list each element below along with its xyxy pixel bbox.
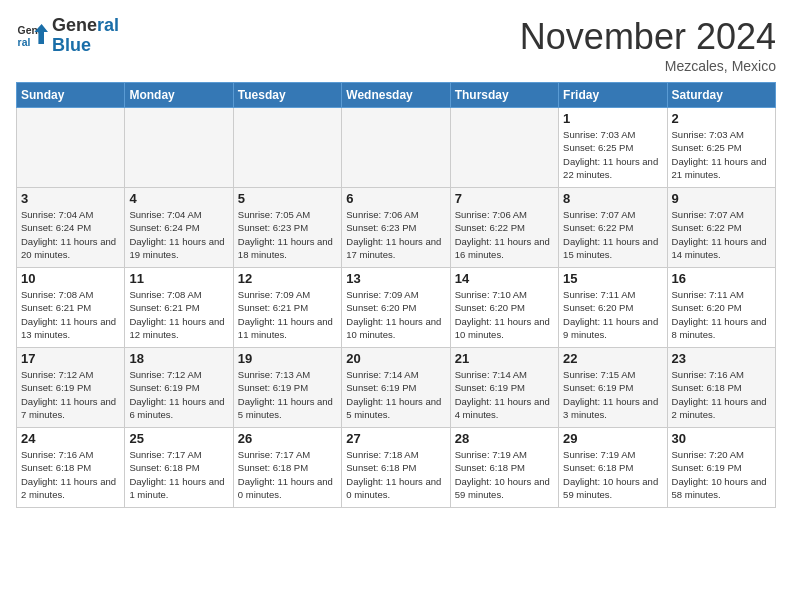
day-info: Sunrise: 7:09 AM Sunset: 6:20 PM Dayligh… (346, 288, 445, 341)
day-number: 17 (21, 351, 120, 366)
day-number: 12 (238, 271, 337, 286)
day-number: 23 (672, 351, 771, 366)
day-info: Sunrise: 7:08 AM Sunset: 6:21 PM Dayligh… (21, 288, 120, 341)
day-cell: 11Sunrise: 7:08 AM Sunset: 6:21 PM Dayli… (125, 268, 233, 348)
day-number: 6 (346, 191, 445, 206)
logo-text: General Blue (52, 16, 119, 56)
day-number: 8 (563, 191, 662, 206)
day-cell: 15Sunrise: 7:11 AM Sunset: 6:20 PM Dayli… (559, 268, 667, 348)
day-number: 18 (129, 351, 228, 366)
day-info: Sunrise: 7:04 AM Sunset: 6:24 PM Dayligh… (129, 208, 228, 261)
day-number: 25 (129, 431, 228, 446)
title-block: November 2024 Mezcales, Mexico (520, 16, 776, 74)
day-cell: 18Sunrise: 7:12 AM Sunset: 6:19 PM Dayli… (125, 348, 233, 428)
day-cell: 7Sunrise: 7:06 AM Sunset: 6:22 PM Daylig… (450, 188, 558, 268)
day-cell: 17Sunrise: 7:12 AM Sunset: 6:19 PM Dayli… (17, 348, 125, 428)
day-info: Sunrise: 7:14 AM Sunset: 6:19 PM Dayligh… (455, 368, 554, 421)
col-header-friday: Friday (559, 83, 667, 108)
location: Mezcales, Mexico (520, 58, 776, 74)
day-number: 29 (563, 431, 662, 446)
day-number: 19 (238, 351, 337, 366)
day-number: 30 (672, 431, 771, 446)
day-cell: 21Sunrise: 7:14 AM Sunset: 6:19 PM Dayli… (450, 348, 558, 428)
day-number: 11 (129, 271, 228, 286)
day-info: Sunrise: 7:18 AM Sunset: 6:18 PM Dayligh… (346, 448, 445, 501)
day-info: Sunrise: 7:19 AM Sunset: 6:18 PM Dayligh… (563, 448, 662, 501)
day-number: 21 (455, 351, 554, 366)
day-cell: 23Sunrise: 7:16 AM Sunset: 6:18 PM Dayli… (667, 348, 775, 428)
empty-cell (342, 108, 450, 188)
day-info: Sunrise: 7:19 AM Sunset: 6:18 PM Dayligh… (455, 448, 554, 501)
day-cell: 8Sunrise: 7:07 AM Sunset: 6:22 PM Daylig… (559, 188, 667, 268)
day-cell: 1Sunrise: 7:03 AM Sunset: 6:25 PM Daylig… (559, 108, 667, 188)
calendar-week-row: 10Sunrise: 7:08 AM Sunset: 6:21 PM Dayli… (17, 268, 776, 348)
day-number: 4 (129, 191, 228, 206)
day-number: 14 (455, 271, 554, 286)
day-cell: 22Sunrise: 7:15 AM Sunset: 6:19 PM Dayli… (559, 348, 667, 428)
calendar-header-row: SundayMondayTuesdayWednesdayThursdayFrid… (17, 83, 776, 108)
day-cell: 28Sunrise: 7:19 AM Sunset: 6:18 PM Dayli… (450, 428, 558, 508)
col-header-saturday: Saturday (667, 83, 775, 108)
day-info: Sunrise: 7:05 AM Sunset: 6:23 PM Dayligh… (238, 208, 337, 261)
month-title: November 2024 (520, 16, 776, 58)
calendar-table: SundayMondayTuesdayWednesdayThursdayFrid… (16, 82, 776, 508)
calendar-week-row: 3Sunrise: 7:04 AM Sunset: 6:24 PM Daylig… (17, 188, 776, 268)
empty-cell (17, 108, 125, 188)
day-cell: 19Sunrise: 7:13 AM Sunset: 6:19 PM Dayli… (233, 348, 341, 428)
day-number: 26 (238, 431, 337, 446)
day-cell: 4Sunrise: 7:04 AM Sunset: 6:24 PM Daylig… (125, 188, 233, 268)
day-info: Sunrise: 7:03 AM Sunset: 6:25 PM Dayligh… (563, 128, 662, 181)
day-number: 10 (21, 271, 120, 286)
empty-cell (125, 108, 233, 188)
col-header-monday: Monday (125, 83, 233, 108)
day-number: 28 (455, 431, 554, 446)
day-cell: 27Sunrise: 7:18 AM Sunset: 6:18 PM Dayli… (342, 428, 450, 508)
svg-text:ral: ral (18, 36, 31, 47)
day-info: Sunrise: 7:09 AM Sunset: 6:21 PM Dayligh… (238, 288, 337, 341)
day-cell: 3Sunrise: 7:04 AM Sunset: 6:24 PM Daylig… (17, 188, 125, 268)
day-info: Sunrise: 7:12 AM Sunset: 6:19 PM Dayligh… (21, 368, 120, 421)
calendar-week-row: 17Sunrise: 7:12 AM Sunset: 6:19 PM Dayli… (17, 348, 776, 428)
day-info: Sunrise: 7:17 AM Sunset: 6:18 PM Dayligh… (129, 448, 228, 501)
day-cell: 14Sunrise: 7:10 AM Sunset: 6:20 PM Dayli… (450, 268, 558, 348)
day-info: Sunrise: 7:14 AM Sunset: 6:19 PM Dayligh… (346, 368, 445, 421)
day-info: Sunrise: 7:11 AM Sunset: 6:20 PM Dayligh… (672, 288, 771, 341)
day-number: 24 (21, 431, 120, 446)
day-info: Sunrise: 7:10 AM Sunset: 6:20 PM Dayligh… (455, 288, 554, 341)
day-info: Sunrise: 7:13 AM Sunset: 6:19 PM Dayligh… (238, 368, 337, 421)
day-info: Sunrise: 7:08 AM Sunset: 6:21 PM Dayligh… (129, 288, 228, 341)
day-cell: 13Sunrise: 7:09 AM Sunset: 6:20 PM Dayli… (342, 268, 450, 348)
day-info: Sunrise: 7:17 AM Sunset: 6:18 PM Dayligh… (238, 448, 337, 501)
logo-icon: Gene ral (16, 20, 48, 52)
day-cell: 30Sunrise: 7:20 AM Sunset: 6:19 PM Dayli… (667, 428, 775, 508)
day-info: Sunrise: 7:03 AM Sunset: 6:25 PM Dayligh… (672, 128, 771, 181)
day-number: 3 (21, 191, 120, 206)
day-number: 20 (346, 351, 445, 366)
day-info: Sunrise: 7:11 AM Sunset: 6:20 PM Dayligh… (563, 288, 662, 341)
day-number: 2 (672, 111, 771, 126)
day-number: 13 (346, 271, 445, 286)
day-info: Sunrise: 7:07 AM Sunset: 6:22 PM Dayligh… (563, 208, 662, 261)
day-number: 22 (563, 351, 662, 366)
empty-cell (233, 108, 341, 188)
day-info: Sunrise: 7:20 AM Sunset: 6:19 PM Dayligh… (672, 448, 771, 501)
day-cell: 24Sunrise: 7:16 AM Sunset: 6:18 PM Dayli… (17, 428, 125, 508)
page-header: Gene ral General Blue November 2024 Mezc… (16, 16, 776, 74)
day-cell: 12Sunrise: 7:09 AM Sunset: 6:21 PM Dayli… (233, 268, 341, 348)
day-number: 16 (672, 271, 771, 286)
day-info: Sunrise: 7:16 AM Sunset: 6:18 PM Dayligh… (672, 368, 771, 421)
day-cell: 5Sunrise: 7:05 AM Sunset: 6:23 PM Daylig… (233, 188, 341, 268)
empty-cell (450, 108, 558, 188)
col-header-sunday: Sunday (17, 83, 125, 108)
day-cell: 26Sunrise: 7:17 AM Sunset: 6:18 PM Dayli… (233, 428, 341, 508)
day-number: 27 (346, 431, 445, 446)
col-header-thursday: Thursday (450, 83, 558, 108)
day-number: 9 (672, 191, 771, 206)
day-cell: 6Sunrise: 7:06 AM Sunset: 6:23 PM Daylig… (342, 188, 450, 268)
day-cell: 2Sunrise: 7:03 AM Sunset: 6:25 PM Daylig… (667, 108, 775, 188)
day-info: Sunrise: 7:15 AM Sunset: 6:19 PM Dayligh… (563, 368, 662, 421)
day-info: Sunrise: 7:07 AM Sunset: 6:22 PM Dayligh… (672, 208, 771, 261)
day-info: Sunrise: 7:06 AM Sunset: 6:23 PM Dayligh… (346, 208, 445, 261)
day-info: Sunrise: 7:12 AM Sunset: 6:19 PM Dayligh… (129, 368, 228, 421)
col-header-wednesday: Wednesday (342, 83, 450, 108)
